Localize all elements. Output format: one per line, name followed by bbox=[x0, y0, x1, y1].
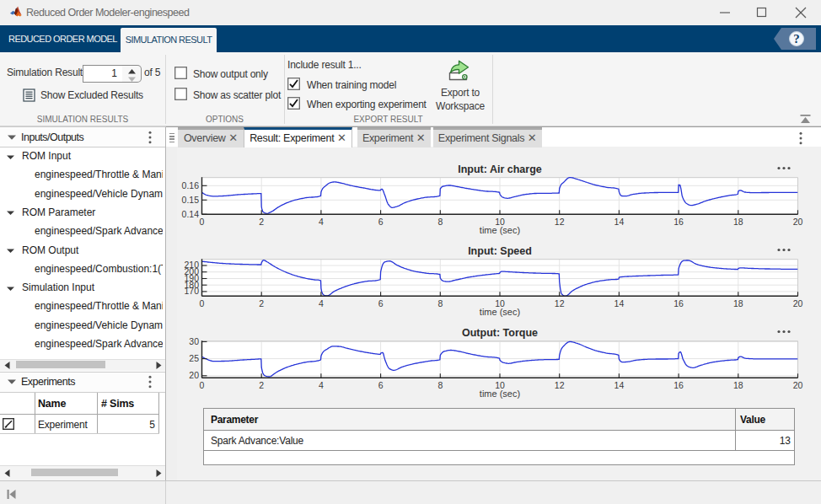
svg-text:?: ? bbox=[793, 32, 800, 46]
svg-text:14: 14 bbox=[614, 298, 625, 308]
svg-text:30: 30 bbox=[189, 336, 199, 346]
svg-text:4: 4 bbox=[319, 298, 324, 308]
svg-text:Output: Torque: Output: Torque bbox=[462, 327, 538, 339]
svg-text:8: 8 bbox=[437, 380, 443, 390]
svg-text:170: 170 bbox=[184, 286, 199, 296]
svg-text:0.14: 0.14 bbox=[182, 209, 200, 219]
svg-text:18: 18 bbox=[733, 380, 743, 390]
svg-text:14: 14 bbox=[614, 217, 625, 227]
svg-text:Input: Speed: Input: Speed bbox=[468, 245, 532, 257]
svg-text:14: 14 bbox=[614, 380, 625, 390]
svg-text:0.15: 0.15 bbox=[182, 195, 200, 205]
svg-text:20: 20 bbox=[793, 298, 803, 308]
svg-text:25: 25 bbox=[189, 353, 199, 363]
svg-text:Input: Air charge: Input: Air charge bbox=[458, 164, 542, 175]
svg-text:time (sec): time (sec) bbox=[480, 389, 520, 399]
svg-text:0.16: 0.16 bbox=[182, 180, 200, 190]
svg-text:18: 18 bbox=[733, 217, 743, 227]
svg-text:8: 8 bbox=[437, 298, 443, 308]
svg-text:4: 4 bbox=[319, 380, 324, 390]
svg-text:time (sec): time (sec) bbox=[480, 225, 520, 235]
svg-text:0: 0 bbox=[200, 298, 205, 308]
svg-text:2: 2 bbox=[259, 217, 264, 227]
svg-text:time (sec): time (sec) bbox=[480, 307, 520, 317]
svg-text:18: 18 bbox=[733, 298, 743, 308]
svg-text:20: 20 bbox=[793, 217, 803, 227]
svg-text:4: 4 bbox=[319, 217, 324, 227]
svg-text:16: 16 bbox=[673, 298, 684, 308]
svg-text:12: 12 bbox=[555, 380, 565, 390]
svg-text:2: 2 bbox=[259, 298, 264, 308]
svg-text:8: 8 bbox=[437, 217, 443, 227]
svg-text:20: 20 bbox=[189, 370, 199, 380]
svg-text:6: 6 bbox=[378, 298, 384, 308]
svg-text:16: 16 bbox=[673, 217, 684, 227]
svg-text:6: 6 bbox=[378, 217, 384, 227]
svg-text:6: 6 bbox=[378, 380, 384, 390]
svg-text:20: 20 bbox=[793, 380, 803, 390]
svg-text:12: 12 bbox=[555, 217, 565, 227]
svg-text:0: 0 bbox=[200, 380, 205, 390]
svg-text:0: 0 bbox=[200, 217, 205, 227]
svg-text:16: 16 bbox=[673, 380, 684, 390]
svg-text:2: 2 bbox=[259, 380, 264, 390]
svg-text:12: 12 bbox=[555, 298, 565, 308]
